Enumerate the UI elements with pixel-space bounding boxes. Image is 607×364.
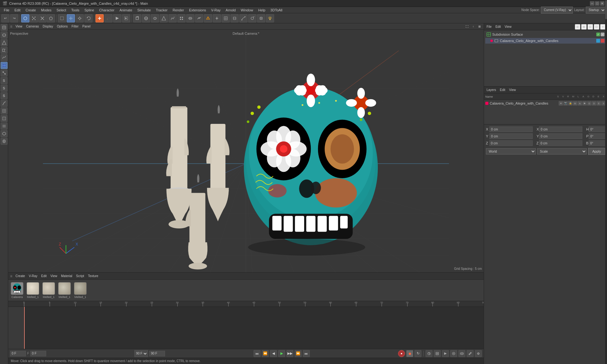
- left-icon-layers[interactable]: [1, 123, 8, 130]
- tool6-btn[interactable]: [177, 14, 186, 22]
- menu-tools[interactable]: Tools: [69, 8, 82, 13]
- left-icon-2[interactable]: [1, 32, 8, 39]
- menu-modes[interactable]: Modes: [39, 8, 54, 13]
- menu-arnold[interactable]: Arnold: [223, 8, 238, 13]
- move-tool-btn[interactable]: [67, 14, 75, 22]
- mt-menu-view[interactable]: View: [49, 274, 59, 278]
- tc-icon-5[interactable]: [458, 350, 465, 357]
- left-icon-s1[interactable]: S: [1, 77, 8, 84]
- om-icon-2[interactable]: ⊠: [581, 24, 587, 30]
- play-btn[interactable]: ▶: [278, 350, 285, 357]
- prev-key-btn[interactable]: ⏪: [262, 350, 269, 357]
- layer-icon-play[interactable]: ▶: [582, 101, 587, 106]
- lp-view[interactable]: View: [508, 88, 517, 92]
- light-btn[interactable]: [266, 14, 274, 22]
- tool9-btn[interactable]: [204, 14, 212, 22]
- vp-hamburger[interactable]: ≡: [9, 24, 13, 29]
- layer-icon-a[interactable]: A: [578, 101, 582, 106]
- left-icon-3[interactable]: [1, 39, 8, 46]
- close-btn[interactable]: ✕: [600, 1, 604, 6]
- coord-b-input[interactable]: [589, 140, 607, 146]
- menu-create[interactable]: Create: [23, 8, 39, 13]
- autokey-btn[interactable]: ⏺: [406, 350, 413, 357]
- mt-menu-create[interactable]: Create: [14, 274, 26, 278]
- menu-render[interactable]: Render: [170, 8, 187, 13]
- render-btn[interactable]: [113, 14, 121, 22]
- coord-yh-input[interactable]: [539, 133, 582, 139]
- menu-character[interactable]: Character: [97, 8, 117, 13]
- tool13-btn[interactable]: [239, 14, 248, 22]
- coord-system-dropdown[interactable]: World Local Object: [486, 148, 536, 155]
- go-start-btn[interactable]: ⏮: [254, 350, 261, 357]
- om-item-subdivision[interactable]: Subdivision Surface ✓ ✓: [485, 32, 606, 37]
- om-view[interactable]: View: [503, 24, 513, 29]
- minimize-btn[interactable]: ─: [590, 1, 594, 6]
- title-bar-controls[interactable]: ─ □ ✕: [590, 1, 604, 6]
- vp-icon-2[interactable]: ↑: [470, 24, 476, 29]
- layer-item-1[interactable]: Calavera_Cielo_Alegre_with_Candles 👁 📷 🔒…: [485, 100, 606, 106]
- om-file[interactable]: File: [485, 24, 493, 29]
- tool4-btn[interactable]: [160, 14, 168, 22]
- undo-btn[interactable]: ↩: [1, 14, 9, 22]
- mt-menu-material[interactable]: Material: [60, 274, 74, 278]
- lp-edit[interactable]: Edit: [499, 88, 506, 92]
- transform-mode-dropdown[interactable]: Scale Move Rotate: [537, 148, 587, 155]
- layer-icon-cam[interactable]: 📷: [563, 101, 568, 106]
- tool15-btn[interactable]: [257, 14, 265, 22]
- left-icon-square[interactable]: [1, 115, 8, 122]
- end-frame-input[interactable]: 90 F: [134, 350, 148, 357]
- max-frame-input[interactable]: [149, 351, 165, 356]
- vp-menu-cameras[interactable]: Cameras: [25, 24, 40, 29]
- record-btn[interactable]: ●: [398, 350, 405, 357]
- left-icon-stack[interactable]: [1, 130, 8, 137]
- current-frame-input[interactable]: [30, 351, 46, 356]
- timeline-track-area[interactable]: [24, 307, 484, 349]
- layout-dropdown[interactable]: Startup: [586, 7, 606, 14]
- tc-icon-6[interactable]: [467, 350, 474, 357]
- rotate-tool-btn[interactable]: [84, 14, 93, 22]
- menu-file[interactable]: File: [1, 8, 12, 13]
- tool10-btn[interactable]: [213, 14, 221, 22]
- redo-btn[interactable]: ↪: [10, 14, 18, 22]
- start-frame-input[interactable]: [10, 351, 26, 356]
- material-melted-3[interactable]: Melted_1: [58, 282, 71, 299]
- menu-tracker[interactable]: Tracker: [153, 8, 170, 13]
- layer-icon-lock[interactable]: 🔒: [568, 101, 573, 106]
- tool3-btn[interactable]: [151, 14, 159, 22]
- menu-spline[interactable]: Spline: [82, 8, 97, 13]
- apply-btn[interactable]: Apply: [588, 148, 605, 155]
- vp-menu-options[interactable]: Options: [56, 24, 69, 29]
- coord-y-input[interactable]: [489, 133, 533, 139]
- maximize-btn[interactable]: □: [595, 1, 599, 6]
- menu-select[interactable]: Select: [54, 8, 69, 13]
- tc-icon-1[interactable]: [426, 350, 432, 357]
- left-icon-7[interactable]: [1, 70, 8, 76]
- left-icon-6[interactable]: [1, 62, 8, 69]
- mat-hamburger[interactable]: ≡: [9, 273, 13, 279]
- render-region-btn[interactable]: [122, 14, 130, 22]
- next-frame-btn[interactable]: ▶▶: [286, 350, 293, 357]
- mt-menu-texture[interactable]: Texture: [87, 274, 100, 278]
- vp-icon-1[interactable]: ⛶: [464, 24, 470, 29]
- coord-zh-input[interactable]: [539, 140, 582, 146]
- right-scrollbar[interactable]: [605, 0, 607, 364]
- add-obj-btn[interactable]: [95, 14, 104, 22]
- mt-menu-edit[interactable]: Edit: [40, 274, 48, 278]
- menu-3dtoall[interactable]: 3DToAll: [268, 8, 285, 13]
- select-tool-btn[interactable]: [58, 14, 66, 22]
- om-item-calavera[interactable]: Calavera_Cielo_Alegre_with_Candles: [485, 38, 606, 44]
- layer-icon-eye[interactable]: 👁: [559, 101, 563, 106]
- coord-h-input[interactable]: [589, 126, 607, 132]
- vp-menu-display[interactable]: Display: [41, 24, 54, 29]
- vp-menu-filter[interactable]: Filter: [70, 24, 80, 29]
- coord-x-input[interactable]: [489, 126, 533, 132]
- vp-menu-panel[interactable]: Panel: [81, 24, 92, 29]
- poly-mode-btn[interactable]: [47, 14, 55, 22]
- vp-icon-3[interactable]: ⊠: [477, 24, 482, 29]
- tool5-btn[interactable]: [169, 14, 177, 22]
- node-space-dropdown[interactable]: Current (V-Ray): [541, 7, 573, 14]
- cube-btn[interactable]: [133, 14, 141, 22]
- sphere-btn[interactable]: [142, 14, 150, 22]
- tool12-btn[interactable]: [230, 14, 239, 22]
- vp-menu-view[interactable]: View: [14, 24, 24, 29]
